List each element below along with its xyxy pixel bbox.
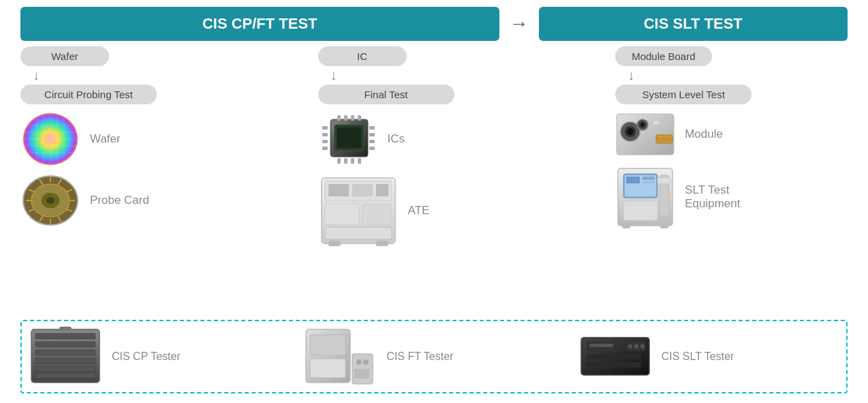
slt-equipment-item-row: SLT Test Equipment	[615, 163, 848, 231]
slt-process-label: System Level Test	[615, 85, 751, 104]
svg-rect-80	[660, 223, 668, 228]
svg-rect-52	[325, 227, 392, 239]
wafer-item-row: Wafer	[20, 111, 305, 167]
svg-rect-92	[310, 359, 345, 378]
probe-card-item-row: Probe Card	[20, 173, 305, 228]
svg-rect-77	[657, 178, 671, 183]
svg-rect-38	[351, 158, 354, 164]
slt-section: Module	[608, 104, 848, 316]
slt-header: CIS SLT TEST	[539, 7, 848, 41]
svg-rect-75	[642, 181, 655, 183]
svg-rect-65	[653, 121, 660, 125]
svg-rect-82	[35, 333, 95, 339]
svg-point-101	[628, 344, 632, 348]
svg-rect-34	[351, 115, 354, 121]
slt-arrow-down: ↓	[627, 68, 634, 83]
slt-tester-icon	[578, 332, 652, 381]
svg-rect-51	[362, 204, 392, 224]
svg-rect-43	[322, 147, 328, 150]
cp-tester-icon	[29, 327, 102, 387]
wafer-icon	[20, 111, 80, 167]
svg-rect-73	[626, 177, 640, 183]
ate-label: ATE	[408, 204, 430, 218]
probe-card-label: Probe Card	[90, 194, 149, 207]
svg-point-61	[627, 128, 634, 135]
cp-section: Wafer	[20, 104, 311, 316]
main-container: CIS CP/FT TEST → CIS SLT TEST Wafer ↓ Ci…	[0, 0, 868, 403]
svg-rect-91	[310, 335, 345, 355]
cp-ft-header: CIS CP/FT TEST	[20, 7, 499, 41]
svg-rect-57	[376, 241, 388, 246]
svg-rect-104	[589, 344, 613, 347]
wafer-input-label: Wafer	[20, 46, 109, 66]
ft-section: ICs	[311, 104, 609, 316]
svg-rect-35	[358, 115, 361, 121]
slt-column-labels: Module Board ↓ System Level Test	[608, 46, 848, 104]
module-item-row: Module	[615, 111, 848, 158]
svg-point-103	[640, 344, 645, 348]
slt-tester-col: CIS SLT Tester	[578, 327, 839, 387]
wafer-label: Wafer	[90, 132, 121, 146]
svg-rect-39	[358, 158, 361, 164]
bottom-tester-section: CIS CP Tester	[20, 320, 848, 393]
svg-rect-46	[369, 140, 375, 143]
ate-machine-icon	[318, 173, 399, 249]
slt-equipment-label-line1: SLT Test	[685, 183, 740, 197]
svg-rect-44	[369, 126, 375, 130]
svg-rect-78	[623, 201, 657, 220]
ft-tester-icon	[303, 327, 377, 387]
svg-rect-87	[35, 373, 95, 378]
module-label: Module	[685, 128, 723, 141]
cp-arrow-down: ↓	[33, 68, 40, 83]
module-icon	[615, 111, 675, 158]
cp-process-label: Circuit Probing Test	[20, 85, 157, 104]
svg-rect-31	[337, 128, 361, 148]
cp-column-labels: Wafer ↓ Circuit Probing Test	[20, 46, 311, 104]
svg-rect-37	[344, 158, 347, 164]
content-area: Wafer	[14, 104, 854, 316]
header-arrow: →	[510, 13, 529, 35]
slt-equipment-icon	[615, 163, 675, 231]
svg-point-102	[634, 344, 638, 348]
svg-rect-42	[322, 140, 328, 143]
module-board-input-label: Module Board	[615, 46, 711, 66]
svg-rect-32	[337, 115, 341, 121]
svg-point-93	[356, 359, 362, 365]
svg-rect-84	[35, 350, 95, 355]
svg-rect-88	[59, 327, 72, 331]
svg-rect-40	[322, 126, 328, 130]
ate-item-row: ATE	[318, 173, 602, 249]
ics-label: ICs	[388, 132, 405, 146]
svg-rect-86	[35, 366, 95, 372]
svg-rect-98	[587, 354, 641, 359]
svg-rect-79	[622, 223, 630, 228]
svg-rect-54	[352, 184, 373, 196]
svg-rect-47	[369, 147, 375, 150]
ft-tester-label: CIS FT Tester	[386, 350, 453, 363]
svg-rect-85	[35, 358, 95, 363]
svg-rect-53	[328, 184, 349, 196]
ic-chip-icon	[318, 111, 378, 167]
svg-rect-36	[337, 158, 341, 164]
svg-rect-41	[322, 133, 328, 136]
svg-rect-45	[369, 133, 375, 136]
svg-rect-99	[587, 362, 641, 368]
svg-point-15	[46, 197, 55, 204]
svg-rect-50	[325, 204, 359, 224]
ft-tester-col: CIS FT Tester	[303, 327, 578, 387]
cp-tester-col: CIS CP Tester	[29, 327, 303, 387]
cp-tester-label: CIS CP Tester	[112, 350, 181, 363]
probe-card-icon	[20, 173, 80, 228]
ft-column-labels: IC ↓ Final Test	[311, 46, 609, 104]
ic-input-label: IC	[318, 46, 407, 66]
svg-rect-56	[328, 241, 341, 246]
svg-rect-74	[642, 177, 655, 180]
svg-rect-55	[376, 184, 388, 196]
header-row: CIS CP/FT TEST → CIS SLT TEST	[14, 7, 854, 41]
svg-point-94	[363, 359, 369, 365]
slt-tester-label: CIS SLT Tester	[662, 350, 734, 363]
svg-rect-95	[354, 369, 369, 378]
ft-arrow-down: ↓	[330, 68, 337, 83]
svg-point-64	[641, 123, 645, 127]
svg-rect-33	[344, 115, 347, 121]
